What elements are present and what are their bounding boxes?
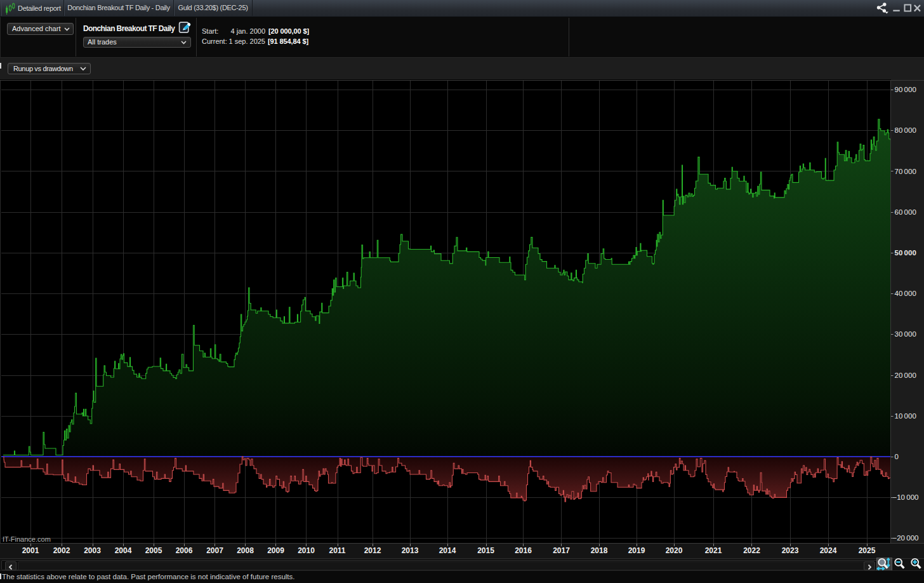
- svg-text:80 000: 80 000: [895, 126, 916, 134]
- svg-text:2004: 2004: [115, 546, 132, 555]
- svg-text:70 000: 70 000: [895, 168, 916, 175]
- svg-text:2017: 2017: [553, 546, 570, 555]
- svg-text:20 000: 20 000: [895, 372, 916, 379]
- svg-text:2025: 2025: [859, 546, 876, 555]
- svg-text:2024: 2024: [820, 546, 837, 555]
- svg-text:2020: 2020: [666, 546, 683, 555]
- svg-text:40 000: 40 000: [895, 290, 916, 297]
- svg-text:60 000: 60 000: [895, 208, 916, 216]
- svg-text:2008: 2008: [237, 546, 254, 555]
- svg-text:2015: 2015: [477, 546, 494, 555]
- svg-text:−10 000: −10 000: [893, 493, 919, 501]
- svg-text:2002: 2002: [53, 546, 70, 555]
- svg-text:30 000: 30 000: [895, 330, 916, 338]
- svg-text:0: 0: [895, 453, 899, 460]
- svg-text:2011: 2011: [329, 546, 345, 555]
- svg-text:2009: 2009: [267, 546, 284, 555]
- svg-text:2021: 2021: [705, 546, 722, 555]
- svg-text:−20 000: −20 000: [893, 534, 919, 542]
- svg-text:2018: 2018: [591, 546, 608, 555]
- svg-text:90 000: 90 000: [895, 86, 916, 93]
- svg-text:2007: 2007: [206, 546, 223, 555]
- svg-text:2010: 2010: [298, 546, 315, 555]
- svg-text:50 000: 50 000: [895, 249, 916, 257]
- svg-text:2023: 2023: [782, 546, 799, 555]
- svg-text:2016: 2016: [515, 546, 532, 555]
- svg-text:10 000: 10 000: [895, 412, 916, 420]
- svg-text:2006: 2006: [176, 546, 193, 555]
- svg-text:2001: 2001: [22, 546, 39, 555]
- svg-text:2022: 2022: [743, 546, 760, 555]
- svg-text:2005: 2005: [145, 546, 162, 555]
- svg-text:2014: 2014: [439, 546, 456, 555]
- svg-text:IT-Finance.com: IT-Finance.com: [3, 535, 51, 543]
- svg-text:2003: 2003: [84, 546, 101, 555]
- svg-text:2013: 2013: [402, 546, 419, 555]
- svg-text:2012: 2012: [364, 546, 381, 555]
- svg-text:2019: 2019: [628, 546, 645, 555]
